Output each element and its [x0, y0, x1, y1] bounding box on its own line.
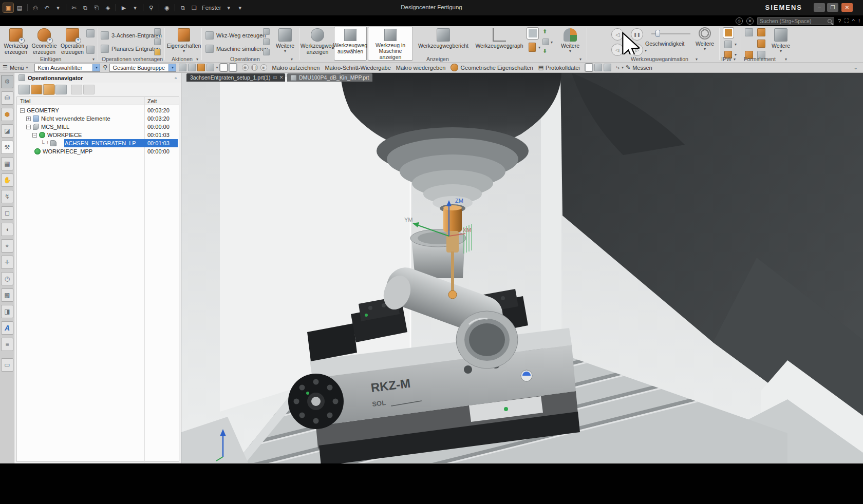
link-icon[interactable]: ⚲ — [100, 64, 109, 71]
box-tool-icon[interactable]: ◻ — [1, 206, 13, 220]
tree-row-geometry[interactable]: − GEOMETRY 00:03:20 — [17, 106, 179, 114]
resource-settings-gear-icon[interactable]: ⚙ — [1, 75, 13, 88]
reorder-icon[interactable] — [542, 38, 549, 45]
shopdoc-icon[interactable] — [263, 49, 270, 55]
feature-find-icon[interactable] — [757, 40, 765, 48]
window-menu-caret-icon[interactable]: ▾ — [223, 3, 234, 12]
feature-recognize-icon[interactable] — [745, 28, 753, 36]
frame-select2-icon[interactable] — [229, 64, 237, 71]
assembly-navigator-icon[interactable]: ⛁ — [1, 91, 13, 105]
tree-row-3-achsen-entgraten-lp[interactable]: └ ! 3_ACHSEN_ENTGRATEN_LP 00:01:03 — [17, 139, 179, 147]
menu-button[interactable]: ☰ Menü ▾ — [0, 64, 30, 71]
search-part-icon[interactable]: ⌖ — [1, 239, 13, 253]
part-navigator-icon[interactable]: ◪ — [1, 124, 13, 138]
library-book-icon[interactable]: ◨ — [1, 305, 13, 318]
part-tab-active[interactable]: 3achsenEntgraten_setup_1.prt(1) ⊡ ✕ — [186, 73, 285, 82]
select-caret-icon[interactable]: ▾ — [216, 66, 218, 69]
cascade-windows-icon[interactable]: ⧉ — [178, 3, 188, 12]
geometry-view-icon[interactable] — [43, 85, 54, 94]
constraint-navigator-icon[interactable]: ⬢ — [1, 108, 13, 121]
makro-schritt-button[interactable]: Makro-Schritt-Wiedergabe — [322, 65, 393, 71]
play-backward-button[interactable]: ◁ — [611, 28, 624, 41]
alerts-icon[interactable]: ! — [858, 18, 860, 24]
geometrie-erzeugen-button[interactable]: Geometrie erzeugen — [30, 27, 59, 60]
column-header-zeit[interactable]: Zeit — [147, 98, 157, 104]
history-clock-icon[interactable]: ◷ — [1, 272, 13, 285]
reuse-library-icon[interactable]: ◖ — [1, 223, 13, 236]
pattern-icon[interactable] — [86, 46, 95, 54]
graphics-viewport[interactable]: RKZ-M SOL — [181, 73, 863, 463]
werkzeug-in-maschine-toggle[interactable]: Werkzeug in Maschine anzeigen — [368, 27, 413, 61]
skip-back-caret-icon[interactable]: ▾ — [625, 49, 627, 52]
qat-customize-caret-icon[interactable]: ▾ — [235, 3, 245, 12]
tab-close-icon[interactable]: ✕ — [279, 75, 284, 80]
anzeigen-dialog-caret[interactable]: ▾ — [579, 57, 581, 61]
select-icon[interactable] — [179, 64, 186, 71]
toolbar-overflow-caret[interactable]: ⌄ — [854, 65, 863, 70]
predict-edit-icon[interactable] — [154, 28, 161, 35]
tree-row-workpiece-mpp[interactable]: WORKPIECE_MPP 00:00:00 — [17, 147, 179, 156]
tab-pin-icon[interactable]: ⊡ — [273, 75, 277, 80]
feature-teach-icon[interactable] — [757, 28, 765, 36]
minimize-button[interactable]: – — [814, 3, 825, 12]
operationen-dialog-caret[interactable]: ▾ — [291, 57, 293, 61]
search-icon[interactable] — [828, 19, 832, 23]
scope-combo[interactable]: Gesamte Baugruppe ▾ — [109, 64, 176, 72]
einfuegen-dialog-caret[interactable]: ▾ — [92, 57, 95, 61]
help-icon[interactable]: ? — [838, 18, 841, 24]
formelement-weitere-button[interactable]: Weitere ▾ — [768, 27, 793, 60]
tool-display-icon[interactable] — [529, 43, 536, 52]
format-painter-icon[interactable]: ◈ — [103, 3, 113, 12]
move-down-icon[interactable]: ⬇ — [542, 48, 547, 54]
expander-icon[interactable]: + — [26, 117, 31, 121]
frame-select-icon[interactable] — [220, 64, 228, 71]
cut-icon[interactable]: ✄ — [69, 3, 79, 12]
eigenschaften-button[interactable]: Eigenschaften ▾ — [168, 27, 199, 60]
app-icon[interactable]: ▣ — [3, 3, 13, 12]
minimize-ribbon-icon[interactable]: ^ — [852, 18, 855, 24]
datum-icon[interactable]: ⤷ — [616, 64, 620, 71]
undock-icon[interactable]: ▫ — [175, 75, 177, 81]
ipw-save-icon[interactable] — [724, 41, 732, 48]
undo-icon[interactable]: ↶ — [42, 3, 52, 12]
highlight-icon[interactable] — [197, 64, 205, 71]
machine-tool-view-icon[interactable] — [31, 85, 42, 94]
snap-icon[interactable] — [188, 64, 196, 71]
close-button[interactable]: ✕ — [841, 3, 853, 12]
wkz-weg-erzeugen-button[interactable]: Wkz-Weg erzeugen — [205, 30, 266, 41]
window-menu[interactable]: Fenster — [200, 3, 222, 12]
makro-aufzeichnen-button[interactable]: Makro aufzeichnen — [270, 65, 323, 71]
ipw-create-caret-icon[interactable]: ▾ — [735, 53, 737, 56]
werkzeugweggraph-button[interactable]: Werkzeugweggraph — [474, 27, 525, 60]
process-assistant-icon[interactable]: ✋ — [1, 173, 13, 187]
werkzeug-erzeugen-button[interactable]: Werkzeug erzeugen — [2, 27, 30, 60]
pause-button[interactable]: ❚❚ — [631, 28, 643, 41]
skip-to-start-button[interactable]: ◁| — [611, 44, 624, 56]
autodesk-a-icon[interactable]: A — [1, 321, 13, 335]
3-achsen-entgraten-button[interactable]: 3-Achsen-Entgraten — [101, 30, 162, 41]
maschine-simulieren-button[interactable]: Maschine simulieren — [205, 44, 268, 54]
aktionen-dialog-caret[interactable]: ▾ — [196, 57, 198, 61]
selection-filter-caret-icon[interactable]: ▾ — [92, 64, 100, 71]
cursor-select-icon[interactable] — [207, 64, 214, 71]
selection-filter-combo[interactable]: Kein Auswahlfilter ▾ — [34, 64, 100, 72]
werkzeugweg-auswaehlen-toggle[interactable]: Werkzeugweg auswählen — [334, 27, 367, 61]
operation-erzeugen-button[interactable]: Operation erzeugen — [59, 27, 86, 60]
web-browser-icon[interactable]: ✛ — [1, 256, 13, 269]
microphone-icon[interactable]: ⚲ — [146, 3, 156, 12]
expander-icon[interactable]: − — [20, 108, 25, 113]
notes-icon[interactable]: ≡ — [1, 338, 13, 351]
animation-dialog-caret[interactable]: ▾ — [696, 57, 698, 61]
program-order-view-icon[interactable] — [18, 85, 30, 94]
ipw-caret-icon[interactable]: ▾ — [735, 43, 737, 46]
operationen-weitere-button[interactable]: Weitere ▾ — [273, 27, 297, 60]
play-dropdown-icon[interactable]: ▾ — [130, 3, 140, 12]
ipw-display-toggle-icon[interactable] — [723, 28, 734, 38]
move-up-icon[interactable]: ⬆ — [542, 28, 547, 35]
makro-wiedergeben-button[interactable]: Makro wiedergeben — [393, 65, 448, 71]
animation-weitere-button[interactable]: Weitere ▾ — [692, 27, 717, 60]
postprocess-icon[interactable] — [263, 38, 270, 45]
macro-stop-icon[interactable]: ■ — [260, 64, 267, 71]
window-icon[interactable]: ❏ — [189, 3, 199, 12]
print-icon[interactable]: ⎙ — [30, 3, 41, 12]
